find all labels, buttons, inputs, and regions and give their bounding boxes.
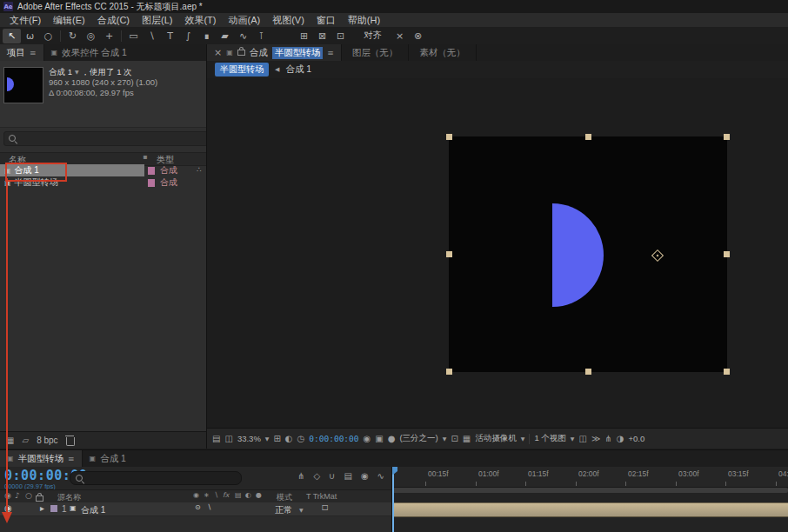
menu-edit[interactable]: 编辑(E) [47,13,91,27]
selection-handle[interactable] [585,369,591,375]
viewer-current-time[interactable]: 0:00:00:00 [309,434,358,443]
layer-quality-icon[interactable]: ⊙ [195,504,201,511]
view-layout-value[interactable]: 1 个视图 [534,433,565,444]
puppet-pin-tool[interactable]: ⊺ [252,29,270,43]
selection-handle[interactable] [585,134,591,140]
always-preview-icon[interactable]: ▤ [212,435,220,443]
hand-tool[interactable]: ω [21,29,39,43]
menu-help[interactable]: 帮助(H) [342,13,386,27]
work-area-bar[interactable] [392,488,788,493]
show-snapshot-icon[interactable]: ▣ [375,435,383,443]
selection-handle[interactable] [446,369,452,375]
type-tool[interactable]: T [161,29,179,43]
grid-guides-icon[interactable]: ⊞ [273,435,280,443]
chevron-down-icon[interactable]: ▼ [75,67,79,77]
new-folder-icon[interactable]: ▱ [22,436,29,445]
layer-duration-bar[interactable] [392,502,788,517]
selection-handle[interactable] [446,251,452,257]
clone-stamp-tool[interactable]: ∎ [197,29,216,43]
menu-animation[interactable]: 动画(A) [223,13,267,27]
chevron-down-icon[interactable]: ▼ [443,436,447,442]
close-icon[interactable]: × [214,48,222,57]
tab-layer-viewer[interactable]: 图层（无） [342,44,410,61]
fast-preview-icon[interactable]: ≫ [591,435,600,443]
tab-timeline-comp1[interactable]: ▣ 合成 1 [83,450,133,467]
rotation-tool[interactable]: ↻ [63,29,82,43]
pen-tool[interactable]: ∖ [143,29,161,43]
time-ruler[interactable]: 00:15f 01:00f 01:15f 02:00f 02:15f 03:00… [392,467,788,488]
tab-effect-controls[interactable]: ▣ 效果控件 合成 1 [44,44,134,61]
panel-menu-icon[interactable]: ≡ [327,49,334,57]
layer-quality-switch-icon[interactable]: ∖ [207,504,211,511]
menu-layer[interactable]: 图层(L) [136,13,178,27]
composition-frame[interactable] [449,136,727,372]
bit-depth-button[interactable]: 8 bpc [37,436,57,445]
chevron-down-icon[interactable]: ▼ [521,436,525,442]
brush-tool[interactable]: ∫ [179,29,197,43]
tab-footage-viewer[interactable]: 素材（无） [409,44,477,61]
trash-icon[interactable] [66,437,75,446]
grid-toggle-icon[interactable]: ⊗ [409,29,427,43]
blend-mode-dropdown[interactable]: 正常 [275,504,292,516]
pan-behind-tool[interactable]: + [100,29,118,43]
label-column-icon[interactable]: ▪ [143,154,147,161]
axis-mode-world-icon[interactable]: ⊠ [313,29,331,43]
selection-handle[interactable] [724,251,730,257]
shape-tool[interactable]: ▭ [124,29,143,43]
zoom-tool[interactable]: ○ [39,29,57,43]
timeline-search-input[interactable] [70,471,242,485]
layer-color-swatch[interactable] [50,505,57,512]
project-search-input[interactable] [3,131,208,146]
expand-arrow-icon[interactable]: ▸ [40,504,44,513]
label-color-swatch[interactable] [148,179,155,187]
crumb-current-comp[interactable]: 半圆型转场 [215,63,269,76]
pixel-aspect-icon[interactable]: ◫ [578,435,586,443]
trkmat-box-icon[interactable]: □ [322,504,329,511]
current-time-indicator-line[interactable] [392,467,394,532]
frame-blending-icon[interactable]: ▤ [344,472,351,481]
semicircle-shape-layer[interactable] [552,203,604,307]
crumb-parent-comp[interactable]: 合成 1 [285,63,311,76]
motion-blur-icon[interactable]: ◉ [361,472,369,481]
camera-tool[interactable]: ◎ [82,29,100,43]
axis-mode-view-icon[interactable]: ⊡ [331,29,350,43]
resolution-value[interactable]: (三分之一) [399,433,437,444]
label-color-swatch[interactable] [148,167,155,175]
chevron-down-icon[interactable]: ▼ [571,436,575,442]
roto-brush-tool[interactable]: ∿ [234,29,252,43]
tab-composition-viewer[interactable]: × ▣ 合成 半圆型转场 ≡ [207,44,342,61]
primary-viewer-icon[interactable]: ◫ [224,435,232,443]
chevron-down-icon[interactable]: ▼ [265,436,270,442]
panel-menu-icon[interactable]: ≡ [68,455,75,463]
axis-mode-local-icon[interactable]: ⊞ [295,29,313,43]
reset-exposure-icon[interactable]: ◑ [617,435,624,443]
selection-handle[interactable] [446,134,452,140]
flowchart-icon[interactable]: ⋔ [604,435,611,443]
graph-editor-icon[interactable]: ∿ [377,472,384,481]
hide-shy-layers-icon[interactable]: ∪ [329,472,335,481]
panel-menu-icon[interactable]: ≡ [30,49,37,57]
draft-3d-icon[interactable]: ◇ [313,472,320,481]
snapshot-icon[interactable]: ◉ [364,435,371,443]
menu-window[interactable]: 窗口 [311,13,342,27]
region-of-interest-icon[interactable]: ⊡ [451,435,457,443]
tab-timeline-transition[interactable]: ▣ 半圆型转场 ≡ [0,450,83,467]
menu-view[interactable]: 视图(V) [266,13,311,27]
transparency-grid-icon[interactable]: ▦ [463,435,471,443]
comp-mini-flowchart-icon[interactable]: ⋔ [297,472,304,481]
timeline-layer-row[interactable]: ◉ ▸ 1 ▣ 合成 1 ⊙ ∖ 正常 ▼ □ [0,502,391,516]
menu-file[interactable]: 文件(F) [3,13,47,27]
snap-toggle-icon[interactable]: × [391,29,409,43]
menu-composition[interactable]: 合成(C) [91,13,136,27]
lock-icon[interactable] [237,50,245,56]
channels-icon[interactable]: ● [388,435,396,443]
magnification-value[interactable]: 33.3% [237,434,261,443]
menu-effect[interactable]: 效果(T) [178,13,222,27]
camera-view-value[interactable]: 活动摄像机 [475,433,517,444]
selection-handle[interactable] [724,134,730,140]
eraser-tool[interactable]: ▰ [216,29,234,43]
mask-visibility-icon[interactable]: ◐ [285,435,293,443]
anchor-point-marker[interactable] [651,249,664,262]
exposure-value[interactable]: +0.0 [628,434,644,443]
tab-project[interactable]: 项目 ≡ [0,44,44,61]
